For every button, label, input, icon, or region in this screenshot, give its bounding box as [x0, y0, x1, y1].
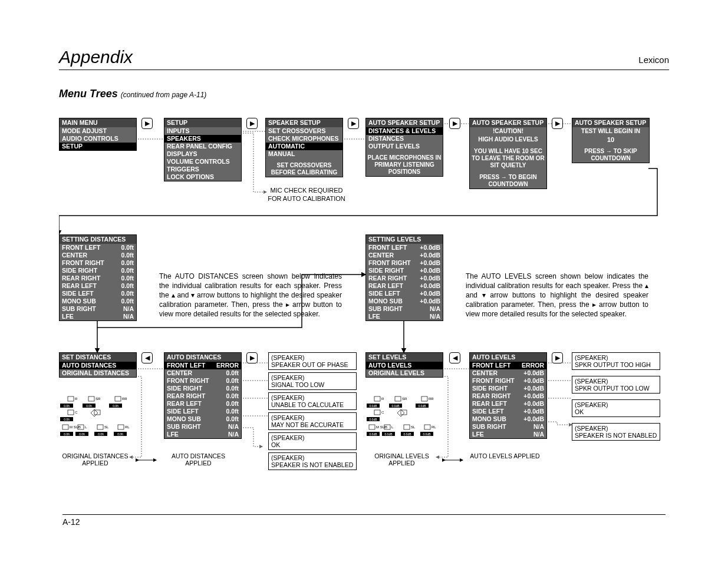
menu-item[interactable]: TRIGGERS [164, 166, 241, 173]
status-box: (SPEAKER)OK [572, 399, 660, 417]
menu-row[interactable]: SUB RIGHTN/A [366, 305, 443, 313]
menu-item[interactable]: DISTANCES [366, 135, 443, 143]
svg-text:0.0dB: 0.0dB [418, 404, 426, 408]
menu-row[interactable]: FRONT LEFT0.0ft [60, 244, 136, 252]
menu-item[interactable]: VOLUME CONTROLS [164, 158, 241, 166]
speaker-setup-title: SPEAKER SETUP [266, 118, 342, 127]
original-levels-applied: ORIGINAL LEVELS APPLIED [363, 451, 441, 468]
menu-row[interactable]: LFEN/A [164, 431, 241, 438]
svg-rect-49 [374, 396, 380, 401]
menu-item[interactable]: INPUTS [164, 127, 241, 135]
menu-row[interactable]: FRONT LEFT+0.0dB [366, 244, 443, 252]
menu-item[interactable]: REAR PANEL CONFIG [164, 143, 241, 150]
menu-row[interactable]: LFEN/A [366, 313, 443, 320]
set-levels: SET LEVELS AUTO LEVELSORIGINAL LEVELS [365, 352, 443, 378]
menu-row[interactable]: REAR RIGHT0.0ft [164, 392, 241, 400]
nav-right-icon[interactable]: ▶ [552, 118, 563, 129]
nav-right-icon[interactable]: ▶ [246, 118, 258, 129]
menu-row[interactable]: FRONT RIGHT0.0ft [60, 259, 136, 267]
menu-row[interactable]: REAR RIGHT+0.0dB [366, 275, 443, 282]
svg-text:0.0ft: 0.0ft [79, 432, 85, 436]
menu-item[interactable]: AUTO LEVELS [366, 362, 443, 369]
nav-left-icon[interactable]: ◀ [449, 352, 460, 363]
menu-row[interactable]: SIDE LEFT+0.0dB [366, 290, 443, 297]
status-box: (SPEAKER)SPKR OUTPUT TOO HIGH [572, 352, 660, 370]
body-levels: The AUTO LEVELS screen shown below indic… [466, 272, 648, 319]
menu-item[interactable]: AUTOMATIC [266, 143, 342, 150]
svg-text:M SUB: M SUB [376, 425, 387, 429]
menu-row[interactable]: SUB RIGHTN/A [60, 305, 136, 313]
svg-text:0.0dB: 0.0dB [369, 432, 377, 436]
menu-row[interactable]: CENTER+0.0dB [470, 369, 546, 377]
svg-text:0.0dB: 0.0dB [384, 432, 393, 436]
menu-item[interactable]: MANUAL [266, 150, 342, 158]
menu-item[interactable]: LOCK OPTIONS [164, 173, 241, 181]
svg-text:0.0ft: 0.0ft [64, 432, 70, 436]
countdown-title: AUTO SPEAKER SETUP [572, 118, 649, 127]
menu-row[interactable]: CENTER+0.0dB [366, 252, 443, 259]
svg-text:C: C [75, 411, 78, 414]
menu-row[interactable]: LFEN/A [470, 431, 546, 438]
nav-right-icon[interactable]: ▶ [449, 118, 460, 129]
menu-row[interactable]: FRONT LEFTERROR [470, 362, 546, 369]
menu-row[interactable]: FRONT RIGHT+0.0dB [366, 259, 443, 267]
auto-distances-applied: AUTO DISTANCES APPLIED [159, 451, 238, 468]
menu-row[interactable]: REAR LEFT0.0ft [60, 282, 136, 290]
nav-right-icon[interactable]: ▶ [141, 118, 153, 129]
menu-item[interactable]: AUTO DISTANCES [60, 362, 136, 369]
menu-row[interactable]: SUB RIGHTN/A [470, 423, 546, 431]
countdown-line3: PRESS → TO SKIP COUNTDOWN [572, 147, 649, 163]
menu-row[interactable]: FRONT RIGHT+0.0dB [470, 377, 546, 385]
status-box: (SPEAKER)SPEAKER IS NOT ENABLED [572, 423, 660, 441]
setting-distances: SETTING DISTANCES FRONT LEFT0.0ftCENTER0… [59, 234, 137, 321]
menu-row[interactable]: CENTER0.0ft [164, 369, 241, 377]
menu-row[interactable]: MONO SUB+0.0dB [470, 415, 546, 423]
menu-row[interactable]: SUB RIGHTN/A [164, 423, 241, 431]
caution-line1: !CAUTION! [470, 127, 546, 135]
menu-row[interactable]: SIDE RIGHT+0.0dB [366, 267, 443, 275]
svg-text:M SUB: M SUB [70, 425, 81, 429]
page-header: Appendix Lexicon [59, 47, 669, 70]
menu-row[interactable]: REAR RIGHT0.0ft [60, 275, 136, 282]
menu-row[interactable]: REAR LEFT0.0ft [164, 400, 241, 408]
set-distances-title: SET DISTANCES [60, 353, 136, 362]
nav-left-icon[interactable]: ◀ [141, 352, 153, 363]
menu-row[interactable]: REAR LEFT+0.0dB [366, 282, 443, 290]
menu-item[interactable]: SETUP [60, 143, 136, 150]
menu-item[interactable]: OUTPUT LEVELS [366, 143, 443, 150]
nav-right-icon[interactable]: ▶ [552, 352, 563, 363]
menu-row[interactable]: MONO SUB0.0ft [164, 415, 241, 423]
menu-item[interactable]: ORIGINAL DISTANCES [60, 369, 136, 377]
svg-rect-58 [369, 425, 375, 429]
svg-text:L: L [85, 425, 87, 429]
menu-row[interactable]: SIDE RIGHT0.0ft [60, 267, 136, 275]
menu-item[interactable]: ORIGINAL LEVELS [366, 369, 443, 377]
menu-item[interactable]: SET CROSSOVERS [266, 127, 342, 135]
menu-item[interactable]: CHECK MICROPHONES [266, 135, 342, 143]
svg-text:SL: SL [104, 425, 109, 429]
setting-levels-title: SETTING LEVELS [366, 235, 443, 244]
menu-row[interactable]: SIDE LEFT0.0ft [60, 290, 136, 297]
setting-distances-title: SETTING DISTANCES [60, 235, 136, 244]
menu-row[interactable]: REAR RIGHT+0.0dB [470, 392, 546, 400]
menu-row[interactable]: SIDE LEFT0.0ft [164, 408, 241, 415]
menu-row[interactable]: MONO SUB+0.0dB [366, 297, 443, 305]
menu-item[interactable]: MODE ADJUST [60, 127, 136, 135]
menu-row[interactable]: MONO SUB0.0ft [60, 297, 136, 305]
menu-row[interactable]: REAR LEFT+0.0dB [470, 400, 546, 408]
menu-row[interactable]: LFEN/A [60, 313, 136, 320]
nav-right-icon[interactable]: ▶ [246, 352, 258, 363]
menu-row[interactable]: FRONT LEFTERROR [164, 362, 241, 369]
menu-item[interactable]: DISPLAYS [164, 150, 241, 158]
nav-right-icon[interactable]: ▶ [348, 118, 359, 129]
menu-row[interactable]: CENTER0.0ft [60, 252, 136, 259]
menu-row[interactable]: SIDE RIGHT0.0ft [164, 385, 241, 392]
menu-row[interactable]: SIDE RIGHT+0.0dB [470, 385, 546, 392]
svg-text:C: C [381, 411, 384, 414]
menu-item[interactable]: AUDIO CONTROLS [60, 135, 136, 143]
menu-item[interactable]: SPEAKERS [164, 135, 241, 143]
menu-item[interactable]: DISTANCES & LEVELS [366, 127, 443, 135]
caution-menu: AUTO SPEAKER SETUP !CAUTION! HIGH AUDIO … [469, 118, 547, 189]
menu-row[interactable]: FRONT RIGHT0.0ft [164, 377, 241, 385]
menu-row[interactable]: SIDE LEFT+0.0dB [470, 408, 546, 415]
